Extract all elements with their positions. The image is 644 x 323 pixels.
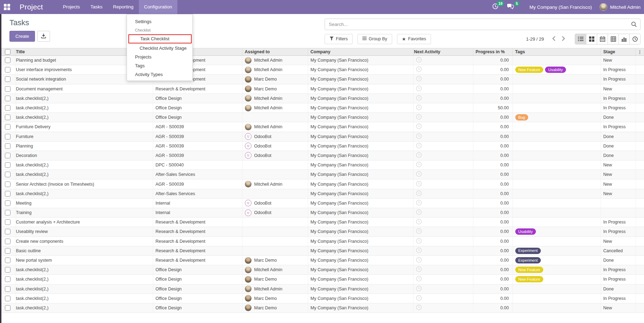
task-row[interactable]: task.checklist(2,)After-Sales ServicesMy… bbox=[0, 189, 644, 198]
activities-systray-button[interactable]: 19 bbox=[492, 3, 498, 11]
task-row[interactable]: task.checklist(2,)Office DesignMitchell … bbox=[0, 284, 644, 294]
pager-previous-button[interactable] bbox=[549, 35, 559, 43]
row-checkbox[interactable] bbox=[5, 296, 10, 301]
task-row[interactable]: task.checklist(2,)Office DesignMitchell … bbox=[0, 103, 644, 112]
next-activity-clock-icon[interactable] bbox=[416, 221, 422, 226]
next-activity-clock-icon[interactable] bbox=[416, 211, 422, 216]
menu-item-settings[interactable]: Settings bbox=[127, 17, 192, 26]
pager-next-button[interactable] bbox=[559, 35, 568, 43]
row-checkbox[interactable] bbox=[5, 286, 10, 292]
next-activity-clock-icon[interactable] bbox=[416, 164, 422, 169]
next-activity-clock-icon[interactable] bbox=[416, 240, 422, 245]
next-activity-clock-icon[interactable] bbox=[416, 192, 422, 197]
apps-menu-icon[interactable] bbox=[4, 4, 10, 10]
next-activity-clock-icon[interactable] bbox=[416, 230, 422, 235]
user-menu[interactable]: Mitchell Admin bbox=[610, 5, 641, 10]
task-row[interactable]: Social network integrationResearch & Dev… bbox=[0, 75, 644, 84]
next-activity-clock-icon[interactable] bbox=[416, 125, 422, 130]
next-activity-clock-icon[interactable] bbox=[416, 173, 422, 178]
task-row[interactable]: Basic outlineResearch & DevelopmentMy Co… bbox=[0, 246, 644, 255]
filters-button[interactable]: Filters bbox=[325, 34, 353, 44]
row-checkbox[interactable] bbox=[5, 181, 10, 187]
task-row[interactable]: task.checklist(2,)After-Sales ServicesMy… bbox=[0, 170, 644, 179]
row-checkbox[interactable] bbox=[5, 153, 10, 158]
row-checkbox[interactable] bbox=[5, 162, 10, 168]
row-checkbox[interactable] bbox=[5, 124, 10, 130]
column-header-tags[interactable]: Tags bbox=[512, 48, 601, 56]
next-activity-clock-icon[interactable] bbox=[416, 249, 422, 254]
row-checkbox[interactable] bbox=[5, 210, 10, 215]
task-row[interactable]: User interface improvementsResearch & De… bbox=[0, 65, 644, 75]
task-row[interactable]: MeetingInternalOdooBotMy Company (San Fr… bbox=[0, 198, 644, 208]
graph-view-button[interactable] bbox=[618, 34, 629, 44]
next-activity-clock-icon[interactable] bbox=[416, 259, 422, 264]
row-checkbox[interactable] bbox=[5, 172, 10, 177]
row-checkbox[interactable] bbox=[5, 105, 10, 111]
task-row[interactable]: task.checklist(2,)Office DesignMitchell … bbox=[0, 265, 644, 275]
next-activity-clock-icon[interactable] bbox=[416, 288, 422, 293]
column-header-next-activity[interactable]: Next Activity bbox=[413, 48, 473, 56]
favorites-button[interactable]: ★ Favorites bbox=[397, 34, 431, 44]
column-header-assigned-to[interactable]: Assigned to bbox=[242, 48, 308, 56]
next-activity-clock-icon[interactable] bbox=[416, 202, 422, 207]
row-checkbox[interactable] bbox=[5, 67, 10, 73]
column-header-stage[interactable]: Stage bbox=[601, 48, 636, 56]
column-header-company[interactable]: Company bbox=[308, 48, 413, 56]
menu-tasks[interactable]: Tasks bbox=[85, 0, 108, 14]
row-checkbox[interactable] bbox=[5, 219, 10, 225]
next-activity-clock-icon[interactable] bbox=[416, 278, 422, 283]
menu-item-checklist-activity-stage[interactable]: Checklist Activity Stage bbox=[127, 44, 192, 53]
next-activity-clock-icon[interactable] bbox=[416, 183, 422, 188]
column-header-progress[interactable]: Progress in % bbox=[473, 48, 512, 56]
menu-item-task-checklist[interactable]: Task Checklist bbox=[128, 34, 192, 43]
next-activity-clock-icon[interactable] bbox=[416, 68, 422, 73]
task-row[interactable]: Furniture DeliveryAGR - S00039Mitchell A… bbox=[0, 122, 644, 132]
search-input[interactable] bbox=[325, 19, 641, 30]
task-row[interactable]: task.checklist(2,)Office DesignMarc Demo… bbox=[0, 275, 644, 284]
menu-configuration[interactable]: Configuration bbox=[139, 0, 177, 14]
group-by-button[interactable]: Group By bbox=[358, 34, 392, 44]
messages-systray-button[interactable]: 5 bbox=[507, 4, 514, 11]
next-activity-clock-icon[interactable] bbox=[416, 297, 422, 302]
next-activity-clock-icon[interactable] bbox=[416, 116, 422, 121]
next-activity-clock-icon[interactable] bbox=[416, 78, 422, 83]
task-row[interactable]: task.checklist(2,)Office DesignMy Compan… bbox=[0, 113, 644, 122]
row-checkbox[interactable] bbox=[5, 96, 10, 101]
next-activity-clock-icon[interactable] bbox=[416, 268, 422, 273]
task-row[interactable]: New portal systemResearch & DevelopmentM… bbox=[0, 255, 644, 265]
task-row[interactable]: Senior Architect (Invoice on Timesheets)… bbox=[0, 179, 644, 189]
row-checkbox[interactable] bbox=[5, 257, 10, 263]
row-checkbox[interactable] bbox=[5, 134, 10, 139]
calendar-view-button[interactable] bbox=[597, 34, 608, 44]
export-button[interactable] bbox=[37, 31, 50, 42]
task-row[interactable]: DecorationAGR - S00039OdooBotMy Company … bbox=[0, 151, 644, 160]
row-checkbox[interactable] bbox=[5, 191, 10, 197]
row-checkbox[interactable] bbox=[5, 239, 10, 244]
row-checkbox[interactable] bbox=[5, 200, 10, 206]
task-row[interactable]: Document managementResearch & Developmen… bbox=[0, 84, 644, 94]
kanban-view-button[interactable] bbox=[586, 34, 597, 44]
task-row[interactable]: Customer analysis + ArchitectureResearch… bbox=[0, 218, 644, 227]
task-row[interactable]: task.checklist(2,)Office DesignMitchell … bbox=[0, 94, 644, 103]
create-button[interactable]: Create bbox=[9, 31, 35, 42]
task-row[interactable]: PlanningAGR - S00039OdooBotMy Company (S… bbox=[0, 141, 644, 151]
row-checkbox[interactable] bbox=[5, 76, 10, 82]
next-activity-clock-icon[interactable] bbox=[416, 88, 422, 92]
task-row[interactable]: Useablity reviewResearch & DevelopmentMy… bbox=[0, 227, 644, 236]
next-activity-clock-icon[interactable] bbox=[416, 97, 422, 102]
row-checkbox[interactable] bbox=[5, 267, 10, 273]
company-switcher[interactable]: My Company (San Francisco) bbox=[529, 5, 592, 10]
task-row[interactable]: task.checklist(2,)Office DesignMarc Demo… bbox=[0, 303, 644, 312]
task-row[interactable]: Planning and budgetResearch & Developmen… bbox=[0, 56, 644, 65]
task-row[interactable]: FurnitureAGR - S00039OdooBotMy Company (… bbox=[0, 132, 644, 141]
next-activity-clock-icon[interactable] bbox=[416, 307, 422, 311]
row-checkbox[interactable] bbox=[5, 276, 10, 282]
menu-item-activity-types[interactable]: Activity Types bbox=[127, 70, 192, 79]
next-activity-clock-icon[interactable] bbox=[416, 135, 422, 140]
activity-view-button[interactable] bbox=[629, 34, 640, 44]
row-checkbox[interactable] bbox=[5, 115, 10, 120]
row-checkbox[interactable] bbox=[5, 229, 10, 234]
row-checkbox[interactable] bbox=[5, 86, 10, 92]
user-avatar[interactable] bbox=[600, 3, 607, 11]
menu-projects[interactable]: Projects bbox=[58, 0, 85, 14]
